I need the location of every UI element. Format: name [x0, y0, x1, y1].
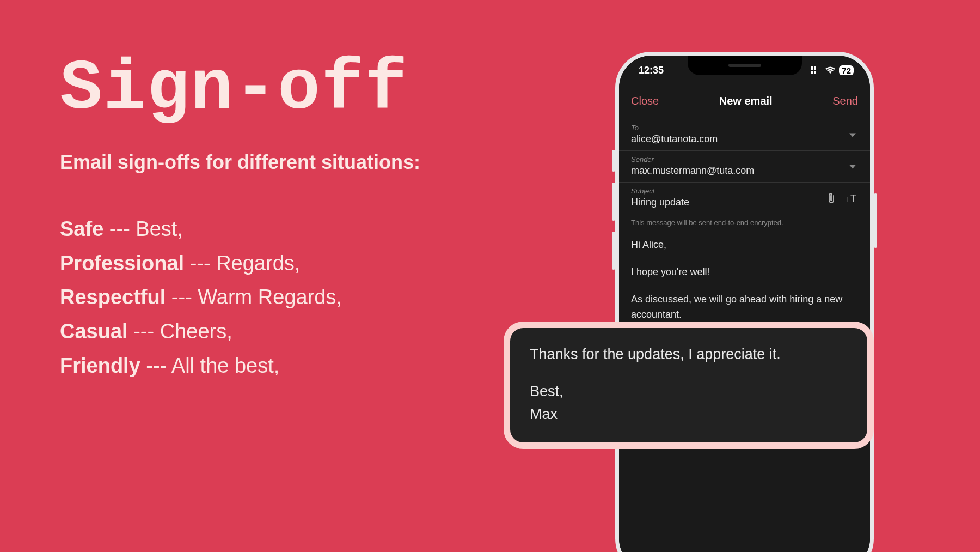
signoff-label: Friendly [60, 354, 140, 377]
signoff-value: Cheers, [160, 320, 232, 343]
signoff-label: Safe [60, 217, 103, 240]
signoff-value: Regards, [216, 252, 300, 275]
phone-volume-up [612, 183, 615, 221]
phone-bezel: 12:35 72 Close New email Send To alice@t… [619, 56, 870, 552]
svg-rect-2 [811, 71, 813, 74]
signoff-label: Professional [60, 252, 184, 275]
chevron-down-icon[interactable] [849, 165, 856, 168]
subject-field[interactable]: Subject Hiring update TT [619, 183, 870, 214]
signoff-value: All the best, [171, 354, 280, 377]
phone-volume-down [612, 232, 615, 270]
signoff-value: Best, [136, 217, 183, 240]
callout-name: Max [530, 403, 848, 426]
svg-rect-3 [814, 71, 816, 74]
signoff-value: Warm Regards, [198, 286, 342, 308]
subject-value: Hiring update [631, 197, 858, 208]
phone-screen: 12:35 72 Close New email Send To alice@t… [619, 56, 870, 552]
chevron-down-icon[interactable] [849, 133, 856, 137]
signoff-info-panel: Sign-off Email sign-offs for different s… [60, 49, 420, 383]
body-line: I hope you're well! [631, 265, 858, 280]
status-time: 12:35 [639, 65, 664, 76]
sender-field[interactable]: Sender max.mustermann@tuta.com [619, 151, 870, 183]
body-line: As discussed, we will go ahead with hiri… [631, 292, 858, 323]
body-greeting: Hi Alice, [631, 238, 858, 253]
cellular-icon [811, 66, 822, 74]
sender-label: Sender [631, 155, 858, 163]
svg-rect-0 [811, 66, 813, 70]
phone-mute-switch [612, 150, 615, 172]
compose-nav-bar: Close New email Send [619, 85, 870, 119]
sender-value: max.mustermann@tuta.com [631, 165, 858, 177]
attachment-icon[interactable] [826, 192, 836, 204]
to-value: alice@tutanota.com [631, 134, 858, 145]
subtitle: Email sign-offs for different situations… [60, 151, 420, 174]
to-label: To [631, 124, 858, 132]
phone-frame: 12:35 72 Close New email Send To alice@t… [615, 52, 874, 552]
svg-rect-1 [814, 66, 816, 70]
status-icons: 72 [811, 65, 854, 75]
nav-title: New email [719, 95, 773, 107]
signoff-list: Safe --- Best, Professional --- Regards,… [60, 212, 420, 383]
callout-line: Thanks for the updates, I appreciate it. [530, 343, 848, 366]
to-field[interactable]: To alice@tutanota.com [619, 119, 870, 151]
encryption-note: This message will be sent end-to-end enc… [619, 214, 870, 234]
phone-power-button [874, 193, 877, 248]
signoff-callout: Thanks for the updates, I appreciate it.… [504, 322, 874, 449]
wifi-icon [825, 66, 836, 74]
main-title: Sign-off [60, 49, 420, 129]
svg-text:T: T [845, 196, 849, 203]
send-button[interactable]: Send [832, 95, 858, 107]
phone-notch [688, 56, 802, 75]
close-button[interactable]: Close [631, 95, 659, 107]
callout-signoff: Best, [530, 380, 848, 403]
subject-label: Subject [631, 187, 858, 195]
signoff-label: Respectful [60, 286, 166, 308]
phone-mockup: 12:35 72 Close New email Send To alice@t… [615, 52, 874, 552]
signoff-label: Casual [60, 320, 128, 343]
battery-indicator: 72 [839, 65, 854, 75]
text-format-icon[interactable]: TT [845, 193, 858, 204]
svg-text:T: T [850, 193, 856, 204]
